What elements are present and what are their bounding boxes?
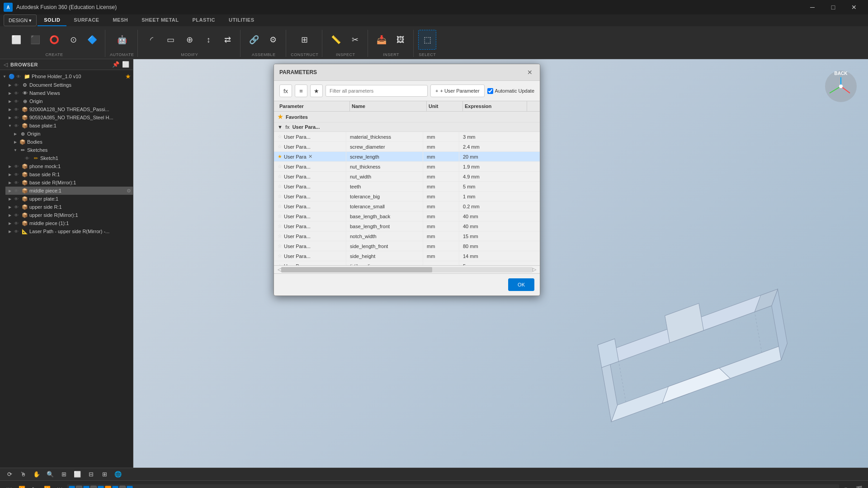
timeline-camera-btn[interactable]: 🎬 — [854, 483, 864, 488]
tree-item-90592[interactable]: ▶ 👁 📦 90592A085_NO THREADS_Steel H... — [5, 113, 133, 122]
tree-item-upper-side-r[interactable]: ▶ 👁 📦 upper side R:1 — [5, 203, 133, 211]
create-more-btn[interactable]: 🔷 — [83, 30, 101, 50]
construct-btn[interactable]: ⊞ — [296, 30, 314, 50]
table-row[interactable]: ☆ User Para... base_length_back mm 40 mm — [274, 211, 540, 221]
horizontal-scrollbar[interactable]: ◁ ▷ — [274, 265, 540, 273]
table-row[interactable]: ☆ User Para... tolerance_small mm 0.2 mm — [274, 202, 540, 211]
row-star[interactable]: ☆ — [278, 223, 282, 229]
auto-update-checkbox[interactable] — [487, 88, 493, 94]
table-row[interactable]: ☆ User Para... tirtik_radius mm 5 mm — [274, 261, 540, 265]
tree-item-upper-side-r-mirror[interactable]: ▶ 👁 📦 upper side R(Mirror):1 — [5, 211, 133, 219]
tree-item-origin[interactable]: ▶ 👁 ⊕ Origin — [5, 97, 133, 105]
row-star[interactable]: ☆ — [278, 203, 282, 209]
tree-item-bodies[interactable]: ▶ 📦 Bodies — [11, 138, 133, 146]
tree-item-laser-path[interactable]: ▶ 👁 📐 Laser Path - upper side R(Mirror) … — [5, 227, 133, 235]
timeline-item[interactable] — [76, 486, 82, 488]
sort-button[interactable]: ≡ — [295, 84, 307, 97]
vis-icon[interactable]: 👁 — [14, 197, 20, 202]
zoom-btn[interactable]: 🔍 — [44, 469, 56, 479]
row-star[interactable]: ☆ — [278, 253, 282, 259]
table-row[interactable]: ☆ User Para... tolerance_big mm 1 mm — [274, 192, 540, 202]
tree-item-sketches[interactable]: ▼ ✏ Sketches — [11, 146, 133, 154]
vis-icon[interactable]: 👁 — [14, 123, 20, 128]
tab-mesh[interactable]: MESH — [106, 14, 134, 26]
user-params-section[interactable]: ▼ fx User Para... — [274, 122, 540, 132]
row-star[interactable]: ☆ — [278, 183, 282, 189]
row-star[interactable]: ☆ — [278, 263, 282, 265]
automate-btn[interactable]: 🤖 — [113, 30, 131, 50]
tree-item-92000[interactable]: ▶ 👁 📦 92000A128_NO THREADS_Passi... — [5, 105, 133, 113]
tree-item-root[interactable]: ▼ 🔵 👁 📁 Phone Holder_1.0 v10 ★ — [0, 72, 133, 81]
timeline-start-btn[interactable]: ⏮ — [4, 483, 14, 488]
table-row[interactable]: ☆ User Para... nut_width mm 4.9 mm — [274, 172, 540, 182]
timeline-play-btn[interactable]: ▶ — [29, 483, 40, 488]
row-star[interactable]: ☆ — [278, 174, 282, 179]
vis-icon[interactable]: 👁 — [14, 115, 20, 120]
timeline-settings-btn[interactable]: ✏ — [841, 483, 852, 488]
motion-btn[interactable]: ⚙ — [264, 30, 282, 50]
timeline-item[interactable] — [69, 486, 75, 488]
timeline-end-btn[interactable]: ⏭ — [54, 483, 65, 488]
vis-icon[interactable]: 👁 — [14, 172, 20, 177]
measure-btn[interactable]: 📏 — [327, 30, 345, 50]
joint-btn[interactable]: 🔗 — [245, 30, 263, 50]
favorites-button[interactable]: ★ — [310, 84, 323, 97]
vis-icon[interactable]: 👁 — [14, 188, 20, 193]
tab-plastic[interactable]: PLASTIC — [186, 14, 222, 26]
table-body[interactable]: ★ Favorites ▼ fx User Para... ☆ User Par… — [274, 112, 540, 265]
fillet-btn[interactable]: ◜ — [142, 30, 160, 50]
timeline-item[interactable] — [112, 486, 118, 488]
viewport[interactable]: BACK PARAMETERS ✕ fx ≡ ★ + + User Parame… — [133, 59, 868, 468]
timeline-item[interactable] — [83, 486, 90, 488]
row-star[interactable]: ☆ — [278, 243, 282, 249]
minimize-button[interactable]: ─ — [802, 0, 823, 14]
shell-btn[interactable]: ▭ — [161, 30, 179, 50]
tab-sheet-metal[interactable]: SHEET METAL — [135, 14, 185, 26]
tree-item-sketch1[interactable]: 👁 ✏ Sketch1 — [16, 154, 133, 162]
filter-input[interactable] — [326, 85, 428, 97]
row-star[interactable]: ☆ — [278, 193, 282, 199]
tree-item-upper-plate[interactable]: ▶ 👁 📦 upper plate:1 — [5, 195, 133, 203]
tree-item-base-side-r[interactable]: ▶ 👁 📦 base side R:1 — [5, 170, 133, 178]
maximize-button[interactable]: □ — [823, 0, 844, 14]
close-button[interactable]: ✕ — [844, 0, 864, 14]
browser-pin-icon[interactable]: 📌 — [112, 61, 119, 68]
scroll-left-btn[interactable]: ◁ — [278, 267, 281, 272]
look-at-btn[interactable]: 🖱 — [17, 469, 29, 479]
browser-back-icon[interactable]: ◁ — [4, 61, 8, 68]
display-mode-btn[interactable]: ⊟ — [85, 469, 97, 479]
combine-btn[interactable]: ⊕ — [180, 30, 198, 50]
hscroll-thumb[interactable] — [281, 267, 432, 272]
tree-item-middle-piece[interactable]: ▶ 👁 📦 middle piece:1 ⚙ — [5, 187, 133, 195]
vis-icon[interactable]: 👁 — [14, 221, 20, 226]
vis-icon[interactable]: 👁 — [25, 156, 31, 161]
table-row[interactable]: ☆ User Para... side_height mm 14 mm — [274, 251, 540, 261]
vis-icon[interactable]: 👁 — [14, 213, 20, 218]
timeline-track[interactable] — [67, 484, 839, 488]
select-btn[interactable]: ⬚ — [418, 30, 436, 50]
fx-button[interactable]: fx — [279, 84, 292, 97]
design-dropdown[interactable]: DESIGN ▾ — [4, 14, 37, 26]
favorites-section[interactable]: ★ Favorites — [274, 112, 540, 122]
table-row[interactable]: ☆ User Para... base_length_front mm 40 m… — [274, 221, 540, 231]
table-row[interactable]: ☆ User Para... side_length_front mm 80 m… — [274, 241, 540, 251]
tree-item-doc-settings[interactable]: ▶ 👁 ⚙ Document Settings — [5, 81, 133, 89]
table-row[interactable]: ☆ User Para... nut_thickness mm 1.9 mm — [274, 162, 540, 172]
modify-more-btn[interactable]: ⇄ — [218, 30, 236, 50]
hscroll-track[interactable] — [281, 267, 533, 272]
insert-mesh-btn[interactable]: 📥 — [373, 30, 391, 50]
timeline-item[interactable] — [90, 486, 97, 488]
tab-surface[interactable]: SURFACE — [67, 14, 105, 26]
row-star[interactable]: ☆ — [278, 164, 282, 169]
row-star[interactable]: ☆ — [278, 144, 282, 150]
vis-icon[interactable]: 👁 — [14, 107, 20, 112]
extrude-btn[interactable]: ⬛ — [26, 30, 44, 50]
dialog-close-button[interactable]: ✕ — [525, 68, 534, 77]
scale-btn[interactable]: ↕ — [199, 30, 217, 50]
revolve-btn[interactable]: ⭕ — [45, 30, 63, 50]
table-row[interactable]: ☆ User Para... teeth mm 5 mm — [274, 182, 540, 192]
table-row[interactable]: ☆ User Para... material_thickness mm 3 m… — [274, 132, 540, 142]
table-row[interactable]: ☆ User Para... screw_diameter mm 2.4 mm — [274, 142, 540, 152]
timeline-prev-btn[interactable]: ⏪ — [16, 483, 27, 488]
table-row[interactable]: ★ User Para ✕ screw_length mm 20 mm — [274, 152, 540, 162]
